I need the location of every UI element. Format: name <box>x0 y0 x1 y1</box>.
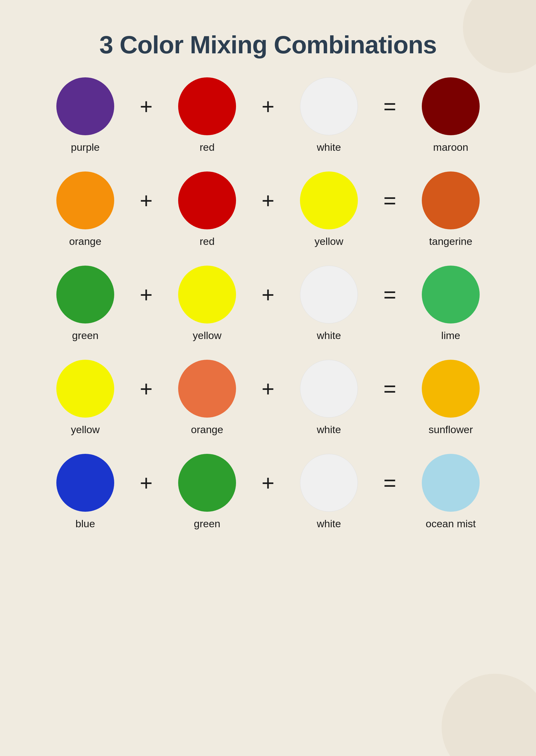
color-circle-white <box>300 266 358 324</box>
color-circle-blue <box>56 454 114 512</box>
combination-row-2: orange+red+yellow=tangerine <box>40 171 496 247</box>
color-label-ocean-mist: ocean mist <box>426 518 476 530</box>
operator-plus-1-3: + <box>128 282 164 325</box>
color-item-lime: lime <box>408 266 493 341</box>
color-circle-yellow <box>178 266 236 324</box>
color-item-yellow: yellow <box>43 360 128 435</box>
color-circle-white <box>300 360 358 418</box>
color-item-red: red <box>164 77 250 153</box>
operator-equals-4: = <box>372 376 408 419</box>
combination-row-5: blue+green+white=ocean mist <box>40 454 496 530</box>
color-circle-green <box>178 454 236 512</box>
color-circle-maroon <box>422 77 480 135</box>
operator-plus-1-5: + <box>128 470 164 514</box>
color-item-yellow: yellow <box>286 171 372 247</box>
color-circle-tangerine <box>422 171 480 229</box>
color-circle-yellow <box>300 171 358 229</box>
color-item-tangerine: tangerine <box>408 171 493 247</box>
color-item-sunflower: sunflower <box>408 360 493 435</box>
color-label-green: green <box>194 518 220 530</box>
color-label-blue: blue <box>76 518 95 530</box>
color-circle-sunflower <box>422 360 480 418</box>
operator-plus-1-2: + <box>128 188 164 231</box>
color-circle-yellow <box>56 360 114 418</box>
color-label-orange: orange <box>191 424 223 435</box>
operator-equals-1: = <box>372 94 408 137</box>
operator-plus-2-2: + <box>250 188 286 231</box>
color-item-white: white <box>286 77 372 153</box>
color-circle-white <box>300 454 358 512</box>
operator-equals-3: = <box>372 282 408 325</box>
color-label-red: red <box>199 141 215 153</box>
operator-plus-1-4: + <box>128 376 164 419</box>
color-label-tangerine: tangerine <box>429 235 472 247</box>
page-title: 3 Color Mixing Combinations <box>0 0 536 77</box>
combination-row-4: yellow+orange+white=sunflower <box>40 360 496 435</box>
color-label-yellow: yellow <box>193 329 221 341</box>
color-label-red: red <box>199 235 215 247</box>
operator-equals-2: = <box>372 188 408 231</box>
color-label-lime: lime <box>441 329 460 341</box>
color-item-maroon: maroon <box>408 77 493 153</box>
operator-equals-5: = <box>372 470 408 514</box>
combination-row-3: green+yellow+white=lime <box>40 266 496 341</box>
color-item-purple: purple <box>43 77 128 153</box>
color-circle-red <box>178 171 236 229</box>
color-label-maroon: maroon <box>433 141 468 153</box>
operator-plus-2-1: + <box>250 94 286 137</box>
color-label-white: white <box>317 141 341 153</box>
color-label-green: green <box>72 329 99 341</box>
color-circle-purple <box>56 77 114 135</box>
operator-plus-2-5: + <box>250 470 286 514</box>
color-item-ocean-mist: ocean mist <box>408 454 493 530</box>
combinations-container: purple+red+white=maroonorange+red+yellow… <box>0 77 536 560</box>
bg-decoration-bottom <box>442 674 536 756</box>
color-item-yellow: yellow <box>164 266 250 341</box>
color-label-sunflower: sunflower <box>428 424 473 435</box>
color-circle-lime <box>422 266 480 324</box>
color-label-white: white <box>317 518 341 530</box>
color-item-red: red <box>164 171 250 247</box>
operator-plus-2-4: + <box>250 376 286 419</box>
color-circle-orange <box>56 171 114 229</box>
color-item-orange: orange <box>43 171 128 247</box>
color-circle-white <box>300 77 358 135</box>
color-circle-orange <box>178 360 236 418</box>
color-label-yellow: yellow <box>315 235 343 247</box>
operator-plus-1-1: + <box>128 94 164 137</box>
color-label-yellow: yellow <box>71 424 100 435</box>
color-item-green: green <box>43 266 128 341</box>
color-item-white: white <box>286 360 372 435</box>
color-item-orange: orange <box>164 360 250 435</box>
color-item-white: white <box>286 454 372 530</box>
color-circle-red <box>178 77 236 135</box>
combination-row-1: purple+red+white=maroon <box>40 77 496 153</box>
color-label-orange: orange <box>69 235 101 247</box>
color-label-purple: purple <box>71 141 100 153</box>
color-circle-ocean-mist <box>422 454 480 512</box>
color-item-blue: blue <box>43 454 128 530</box>
color-circle-green <box>56 266 114 324</box>
color-label-white: white <box>317 424 341 435</box>
color-label-white: white <box>317 329 341 341</box>
operator-plus-2-3: + <box>250 282 286 325</box>
color-item-white: white <box>286 266 372 341</box>
color-item-green: green <box>164 454 250 530</box>
